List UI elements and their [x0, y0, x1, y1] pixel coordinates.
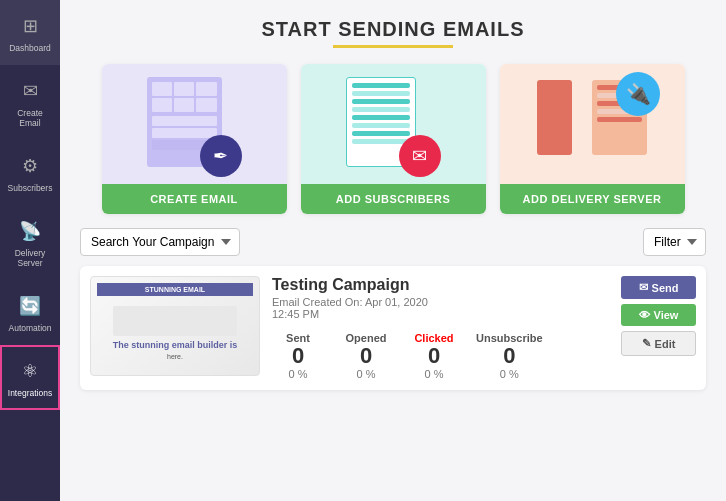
edit-icon: ✎: [642, 337, 651, 350]
campaign-meta: Email Created On: Apr 01, 2020 12:45 PM: [272, 296, 609, 320]
stat-sent: Sent 0 0 %: [272, 332, 324, 380]
subscribers-icon: ⚙: [16, 152, 44, 180]
stat-clicked: Clicked 0 0 %: [408, 332, 460, 380]
sidebar-item-dashboard[interactable]: ⊞ Dashboard: [0, 0, 60, 65]
add-delivery-server-button[interactable]: ADD DELIVERY SERVER: [500, 184, 685, 214]
add-subscribers-card-image: ✉: [301, 64, 486, 184]
send-icon: ✉: [639, 281, 648, 294]
campaign-thumb-big-text: The stunning email builder is: [113, 340, 238, 350]
create-email-button[interactable]: CREATE EMAIL: [102, 184, 287, 214]
send-button[interactable]: ✉ Send: [621, 276, 696, 299]
view-label: View: [654, 309, 679, 321]
stat-opened-value: 0: [340, 344, 392, 368]
stat-unsubscribe-value: 0: [476, 344, 543, 368]
send-label: Send: [652, 282, 679, 294]
add-subscribers-button[interactable]: ADD SUBSCRIBERS: [301, 184, 486, 214]
campaign-card: STUNNING EMAIL The stunning email builde…: [80, 266, 706, 390]
sidebar-item-label: Automation: [9, 323, 52, 333]
sidebar-item-subscribers[interactable]: ⚙ Subscribers: [0, 140, 60, 205]
page-title: START SENDING EMAILS: [80, 18, 706, 41]
filter-select[interactable]: Filter: [643, 228, 706, 256]
automation-icon: 🔄: [16, 292, 44, 320]
edit-label: Edit: [655, 338, 676, 350]
view-button[interactable]: 👁 View: [621, 304, 696, 326]
sidebar-item-label: Integrations: [8, 388, 52, 398]
create-email-card: ✒ CREATE EMAIL: [102, 64, 287, 214]
stat-unsubscribe-percent: 0 %: [476, 368, 543, 380]
view-icon: 👁: [639, 309, 650, 321]
sidebar-item-automation[interactable]: 🔄 Automation: [0, 280, 60, 345]
campaign-thumb-body: The stunning email builder is here.: [109, 296, 242, 369]
campaign-created-label: Email Created On: Apr 01, 2020: [272, 296, 428, 308]
stat-clicked-percent: 0 %: [408, 368, 460, 380]
campaign-thumb-subtext: here.: [167, 353, 183, 360]
sidebar-item-label: Subscribers: [8, 183, 53, 193]
sidebar-item-label: Delivery Server: [6, 248, 54, 268]
stat-sent-value: 0: [272, 344, 324, 368]
sidebar-item-label: Create Email: [6, 108, 54, 128]
campaign-thumb-header: STUNNING EMAIL: [97, 283, 253, 296]
sidebar-item-integrations[interactable]: ⚛ Integrations: [0, 345, 60, 410]
stat-opened-percent: 0 %: [340, 368, 392, 380]
stat-unsubscribe: Unsubscribe 0 0 %: [476, 332, 543, 380]
stat-clicked-value: 0: [408, 344, 460, 368]
edit-button[interactable]: ✎ Edit: [621, 331, 696, 356]
main-content: START SENDING EMAILS: [60, 0, 726, 501]
campaign-name: Testing Campaign: [272, 276, 609, 294]
cards-row: ✒ CREATE EMAIL: [80, 64, 706, 214]
campaign-info: Testing Campaign Email Created On: Apr 0…: [272, 276, 609, 380]
sidebar-item-create-email[interactable]: ✉ Create Email: [0, 65, 60, 140]
sidebar-item-label: Dashboard: [9, 43, 51, 53]
dashboard-icon: ⊞: [16, 12, 44, 40]
stats-row: Sent 0 0 % Opened 0 0 % Clicked 0 0 % Un…: [272, 332, 609, 380]
sidebar-item-delivery-server[interactable]: 📡 Delivery Server: [0, 205, 60, 280]
integrations-icon: ⚛: [16, 357, 44, 385]
create-email-icon: ✉: [16, 77, 44, 105]
sidebar: ⊞ Dashboard ✉ Create Email ⚙ Subscribers…: [0, 0, 60, 501]
search-campaign-select[interactable]: Search Your Campaign: [80, 228, 240, 256]
add-delivery-server-card-image: 🔌: [500, 64, 685, 184]
add-subscribers-card: ✉ ADD SUBSCRIBERS: [301, 64, 486, 214]
campaign-thumbnail: STUNNING EMAIL The stunning email builde…: [90, 276, 260, 376]
create-email-card-image: ✒: [102, 64, 287, 184]
stat-sent-percent: 0 %: [272, 368, 324, 380]
stat-opened: Opened 0 0 %: [340, 332, 392, 380]
campaign-actions: ✉ Send 👁 View ✎ Edit: [621, 276, 696, 356]
campaign-created-time: 12:45 PM: [272, 308, 319, 320]
filter-row: Search Your Campaign Filter: [80, 228, 706, 256]
add-delivery-server-card: 🔌 ADD DELIVERY SERVER: [500, 64, 685, 214]
delivery-server-icon: 📡: [16, 217, 44, 245]
title-underline: [333, 45, 453, 48]
